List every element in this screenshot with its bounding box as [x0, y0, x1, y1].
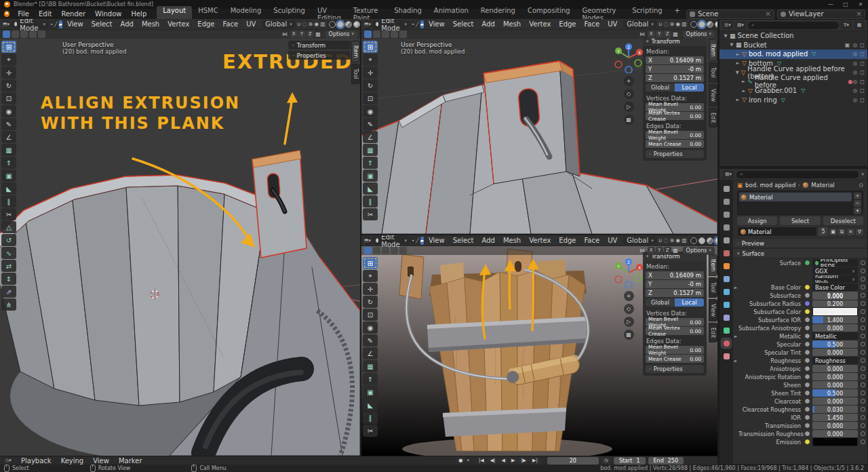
scene-unlink-icon[interactable]: ✕	[766, 10, 771, 18]
material-tab[interactable]	[722, 338, 731, 348]
solid-shading[interactable]	[698, 21, 705, 28]
shrink-fatten-tool[interactable]: ⇕	[1, 273, 16, 285]
rotate-tool[interactable]: ↻	[363, 79, 378, 92]
animate-decorator-icon[interactable]	[861, 293, 865, 298]
outliner-row-scene-collection[interactable]: ▼ ▦ Scene Collection	[719, 31, 867, 41]
prev-frame-button[interactable]: ◀	[498, 457, 507, 464]
wireframe-shading[interactable]	[329, 21, 336, 28]
face-select-mode[interactable]: ▰	[420, 20, 424, 28]
jump-start-button[interactable]: |◀	[476, 457, 487, 464]
expand-icon[interactable]: ►	[733, 334, 738, 338]
timeline-menu-keying[interactable]: Keying	[56, 456, 89, 465]
maximize-button[interactable]: □	[838, 1, 853, 7]
disclosure-icon[interactable]: ►	[734, 60, 741, 66]
move-tool[interactable]: ✛	[363, 283, 378, 295]
stopwatch-icon[interactable]: ◷	[601, 457, 611, 464]
add-cube-tool[interactable]: ▦	[1, 144, 16, 156]
viewport-left[interactable]: ⬒▾Edit Mode▾∙╱▰ViewSelectAddMeshVertexEd…	[0, 19, 360, 456]
select-option-0[interactable]	[364, 31, 372, 38]
timeline-menu-view[interactable]: View	[88, 456, 114, 465]
viewport-menu-vertex[interactable]: Vertex	[526, 20, 554, 28]
animate-decorator-icon[interactable]	[861, 334, 865, 338]
side-tab-item[interactable]: Item	[351, 41, 360, 62]
wireframe-shading[interactable]	[690, 237, 697, 244]
view-layer-tab[interactable]	[722, 222, 731, 232]
display-mode-icon[interactable]: ▤▾	[735, 21, 746, 29]
texture-tab[interactable]	[722, 351, 731, 361]
knife-tool[interactable]: ✂	[1, 208, 16, 220]
tweak-select-tool[interactable]: ⊞	[363, 41, 378, 53]
nav-gizmo[interactable]: Z X Y	[613, 42, 644, 73]
blender-menu-icon[interactable]	[4, 11, 9, 17]
transform-panel-collapsed[interactable]: ›Transform	[288, 41, 351, 50]
rendered-shading[interactable]	[353, 21, 360, 28]
annotate-tool[interactable]: ✎	[1, 118, 16, 130]
viewport-menu-select[interactable]: Select	[88, 20, 116, 28]
viewport-menu-edge[interactable]: Edge	[194, 20, 218, 28]
viewport-top-right[interactable]: ⬒▾Edit Mode▾∙╱▰ViewSelectAddMeshVertexEd…	[361, 19, 717, 234]
poly-build-tool[interactable]: △	[1, 221, 16, 233]
users-count-button[interactable]: 5	[818, 227, 828, 236]
viewport-menu-select[interactable]: Select	[450, 20, 477, 28]
viewport-menu-vertex[interactable]: Vertex	[526, 237, 554, 244]
overlays-icon[interactable]: ◉	[675, 237, 680, 245]
add-cube-tool[interactable]: ▦	[363, 144, 378, 156]
material-shading[interactable]	[707, 21, 713, 28]
world-tab[interactable]	[722, 248, 731, 258]
scale-tool[interactable]: ⊡	[363, 92, 378, 104]
enum-dropdown[interactable]: Random Walk∨	[812, 275, 858, 283]
deselect-button[interactable]: Deselect	[823, 216, 863, 225]
edge-select-mode[interactable]: ╱	[416, 237, 418, 245]
edge-data-field[interactable]: Mean Bevel Weight0.00	[646, 346, 704, 354]
tweak-select-tool[interactable]: ⊞	[1, 41, 16, 53]
enum-dropdown[interactable]: GGX∨	[812, 267, 858, 275]
cursor-tool[interactable]: ⌖	[1, 54, 16, 66]
viewport-menu-mesh[interactable]: Mesh	[500, 20, 524, 28]
hide-eye-icon[interactable]: ◎	[852, 42, 857, 48]
menubar-item-render[interactable]: Render	[56, 9, 90, 18]
nav-gizmo-area[interactable]: Z X Y + ◇ ▷ ▦	[613, 42, 644, 125]
current-frame-field[interactable]: 20	[547, 457, 599, 465]
add-cube-tool[interactable]: ▦	[363, 360, 378, 372]
disclosure-icon[interactable]: ►	[734, 52, 741, 57]
ear-plank[interactable]	[252, 151, 307, 258]
properties-panel-collapsed[interactable]: ›Properties	[646, 365, 704, 373]
hide-eye-icon[interactable]: ◎	[852, 69, 857, 75]
extrude-region-tool[interactable]: ⇑	[363, 373, 378, 385]
nav-gizmo[interactable]: Z X Y	[613, 257, 644, 288]
viewport-menu-vertex[interactable]: Vertex	[164, 20, 193, 28]
side-tab-view[interactable]: View	[709, 299, 717, 321]
properties-panel-collapsed[interactable]: ›Properties	[646, 150, 704, 158]
pan-hand-icon[interactable]: ◇	[624, 304, 634, 314]
select-button[interactable]: Select	[780, 216, 820, 225]
render-camera-icon[interactable]: ◻	[860, 97, 865, 103]
timeline-menu-marker[interactable]: Marker	[114, 456, 147, 465]
property-slider[interactable]: 1.400	[812, 316, 858, 323]
median-y-field[interactable]: Y-0 m	[646, 65, 704, 73]
constraints-tab[interactable]	[722, 313, 731, 322]
rendered-shading[interactable]	[715, 21, 717, 28]
nav-gizmo-area[interactable]: Z X Y + ◇ ▷ ▦	[613, 257, 644, 340]
viewport-menu-add[interactable]: Add	[479, 237, 498, 244]
animate-decorator-icon[interactable]	[861, 317, 865, 322]
viewport-menu-uv[interactable]: UV	[604, 237, 620, 244]
end-frame-field[interactable]: End250	[648, 457, 684, 465]
output-tab[interactable]	[722, 210, 731, 219]
xray-toggle-icon[interactable]: ▥	[682, 20, 687, 28]
animate-decorator-icon[interactable]	[861, 407, 865, 412]
hide-eye-icon[interactable]: ◎	[852, 60, 857, 66]
vertex-select-mode[interactable]: ∙	[412, 20, 414, 28]
face-select-mode[interactable]: ▰	[420, 237, 424, 245]
mode-selector[interactable]: Edit Mode▾	[372, 20, 410, 28]
measure-tool[interactable]: ∠	[1, 131, 16, 143]
animate-decorator-icon[interactable]	[861, 260, 865, 265]
viewport-menu-face[interactable]: Face	[220, 20, 242, 28]
material-shading[interactable]	[707, 237, 713, 244]
render-camera-icon[interactable]: ◻	[860, 87, 865, 94]
editor-type-icon[interactable]: ◷▾	[3, 456, 14, 465]
scale-tool[interactable]: ⊡	[1, 92, 16, 104]
hide-eye-icon[interactable]: ◎	[852, 87, 857, 94]
viewport-bottom-right[interactable]: ⬒▾Edit Mode▾∙╱▰ViewSelectAddMeshVertexEd…	[361, 235, 717, 456]
inset-faces-tool[interactable]: ▣	[1, 170, 16, 182]
loop-cut-tool[interactable]: ∥	[363, 412, 378, 424]
